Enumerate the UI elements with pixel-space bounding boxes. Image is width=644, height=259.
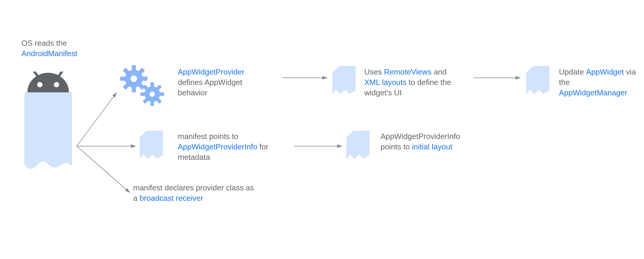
- bc-pre: a: [133, 194, 140, 203]
- rv-post1: to define the: [406, 78, 451, 87]
- bc-hl: broadcast receiver: [140, 194, 203, 203]
- node-providerinfo: manifest points to AppWidgetProviderInfo…: [178, 131, 297, 162]
- doc-icon-providerinfo: [140, 131, 163, 159]
- node-broadcast: manifest declares provider class as a br…: [133, 183, 276, 203]
- rv-pre: Uses: [364, 67, 384, 76]
- header-text: OS reads the AndroidManifest: [21, 38, 111, 59]
- svg-rect-19: [150, 101, 154, 106]
- pi-line1: manifest points to: [178, 132, 238, 141]
- pi-line3: metadata: [178, 153, 210, 162]
- pi-hl: AppWidgetProviderInfo: [178, 142, 257, 151]
- uw-post1: via: [624, 67, 636, 76]
- svg-line-1: [59, 72, 64, 75]
- svg-point-13: [131, 75, 137, 82]
- node-remoteviews: Uses RemoteViews and XML layouts to defi…: [364, 67, 471, 98]
- appwidgetprovider-title: AppWidgetProvider: [178, 67, 244, 76]
- doc-icon-initiallayout: [346, 131, 370, 159]
- svg-point-2: [37, 82, 43, 87]
- svg-point-23: [150, 91, 155, 97]
- svg-line-0: [33, 72, 37, 75]
- svg-rect-15: [150, 82, 154, 87]
- il-line1: AppWidgetProviderInfo: [381, 132, 460, 141]
- node-updatewidget: Update AppWidget via the AppWidgetManage…: [559, 67, 644, 98]
- doc-icon-update: [526, 66, 549, 94]
- android-icon: [21, 72, 75, 180]
- appwidgetprovider-line2: defines AppWidget: [178, 78, 242, 87]
- pi-post: for: [257, 142, 268, 151]
- uw-line2pre: the: [559, 78, 570, 87]
- header-line2: AndroidManifest: [21, 49, 77, 58]
- rv-post2: widget's UI: [364, 88, 402, 97]
- svg-rect-17: [159, 92, 164, 96]
- uw-pre: Update: [559, 67, 586, 76]
- svg-rect-21: [140, 92, 145, 96]
- appwidgetprovider-line3: behavior: [178, 88, 208, 97]
- svg-point-3: [54, 82, 59, 87]
- rv-mid: and: [431, 67, 447, 76]
- doc-icon-remoteviews: [332, 66, 356, 94]
- svg-rect-7: [142, 77, 147, 81]
- node-appwidgetprovider: AppWidgetProvider defines AppWidget beha…: [178, 67, 270, 98]
- rv-hl2: XML layouts: [364, 78, 406, 87]
- node-initiallayout: AppWidgetProviderInfo points to initial …: [381, 131, 488, 152]
- svg-line-25: [77, 93, 117, 146]
- bc-line1: manifest declares provider class as: [133, 183, 254, 192]
- header-line1: OS reads the: [21, 39, 67, 48]
- svg-rect-11: [120, 77, 125, 81]
- svg-line-27: [77, 146, 130, 192]
- svg-rect-9: [132, 87, 136, 92]
- svg-rect-5: [132, 65, 136, 70]
- rv-hl1: RemoteViews: [384, 67, 431, 76]
- il-hl: initial layout: [412, 142, 453, 151]
- uw-hl2: AppWidgetManager: [559, 88, 627, 97]
- il-pre: points to: [381, 142, 412, 151]
- gears-icon: [119, 64, 167, 110]
- uw-hl1: AppWidget: [586, 67, 624, 76]
